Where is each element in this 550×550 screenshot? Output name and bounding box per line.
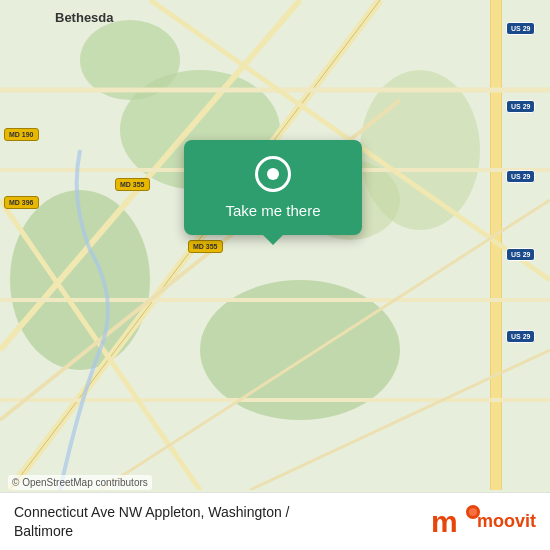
map-attribution: © OpenStreetMap contributors [8, 475, 152, 490]
svg-point-24 [469, 508, 477, 516]
popup-card: Take me there [184, 140, 362, 235]
road-sign-us29-5: US 29 [506, 330, 535, 343]
location-pin-icon [255, 156, 291, 192]
road-sign-us29-1: US 29 [506, 22, 535, 35]
road-sign-md396: MD 396 [4, 196, 39, 209]
road-sign-us29-3: US 29 [506, 170, 535, 183]
moovit-svg: m [431, 504, 481, 540]
moovit-logo: m moovit [431, 504, 536, 540]
road-sign-md190: MD 190 [4, 128, 39, 141]
location-city: Baltimore [14, 522, 290, 540]
svg-text:Bethesda: Bethesda [55, 10, 114, 25]
location-info: Connecticut Ave NW Appleton, Washington … [14, 503, 290, 539]
road-sign-us29-4: US 29 [506, 248, 535, 261]
moovit-text: moovit [477, 511, 536, 532]
location-name: Connecticut Ave NW Appleton, Washington … [14, 503, 290, 521]
take-me-there-button[interactable]: Take me there [225, 202, 320, 219]
map-container: Bethesda US 29 US 29 US 29 US 29 US 29 M… [0, 0, 550, 550]
road-sign-md355-1: MD 355 [115, 178, 150, 191]
map-svg: Bethesda [0, 0, 550, 490]
bottom-bar: Connecticut Ave NW Appleton, Washington … [0, 492, 550, 550]
road-sign-us29-2: US 29 [506, 100, 535, 113]
road-sign-md355-2: MD 355 [188, 240, 223, 253]
pin-center [267, 168, 279, 180]
attribution-text: © OpenStreetMap contributors [12, 477, 148, 488]
svg-text:m: m [431, 505, 458, 538]
